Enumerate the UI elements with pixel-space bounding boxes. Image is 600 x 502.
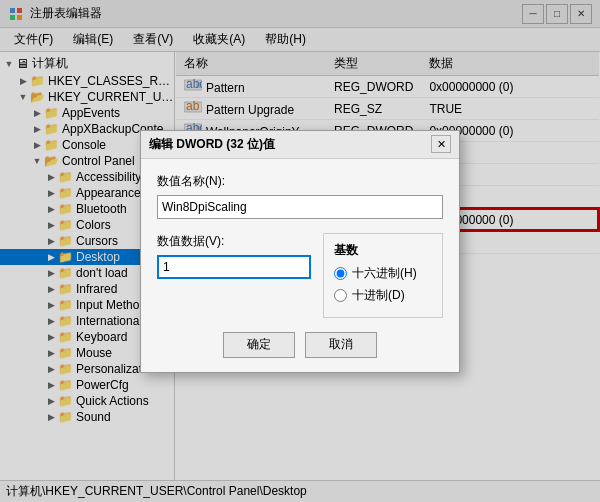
radio-dec[interactable]: 十进制(D) [334,287,432,304]
modal-base-section: 基数 十六进制(H) 十进制(D) [323,233,443,318]
modal-title-bar: 编辑 DWORD (32 位)值 ✕ [141,131,459,159]
modal-value-label: 数值数据(V): [157,233,311,250]
modal-name-input[interactable] [157,195,443,219]
modal-title: 编辑 DWORD (32 位)值 [149,136,275,153]
radio-hex-input[interactable] [334,267,347,280]
radio-dec-input[interactable] [334,289,347,302]
modal-value-input[interactable] [157,255,311,279]
modal-body: 数值名称(N): 数值数据(V): 基数 十六进制(H) [141,159,459,372]
radio-hex[interactable]: 十六进制(H) [334,265,432,282]
modal-base-group: 基数 十六进制(H) 十进制(D) [323,233,443,318]
modal-overlay: 编辑 DWORD (32 位)值 ✕ 数值名称(N): 数值数据(V): 基数 [0,0,600,502]
modal-buttons: 确定 取消 [157,332,443,358]
modal-name-label: 数值名称(N): [157,173,443,190]
modal-row: 数值数据(V): 基数 十六进制(H) 十进制(D) [157,233,443,318]
modal-base-title: 基数 [334,242,432,259]
modal-value-section: 数值数据(V): [157,233,311,279]
radio-dec-label: 十进制(D) [352,287,405,304]
modal-close-button[interactable]: ✕ [431,135,451,153]
modal-ok-button[interactable]: 确定 [223,332,295,358]
modal-cancel-button[interactable]: 取消 [305,332,377,358]
radio-hex-label: 十六进制(H) [352,265,417,282]
modal-dialog: 编辑 DWORD (32 位)值 ✕ 数值名称(N): 数值数据(V): 基数 [140,130,460,373]
